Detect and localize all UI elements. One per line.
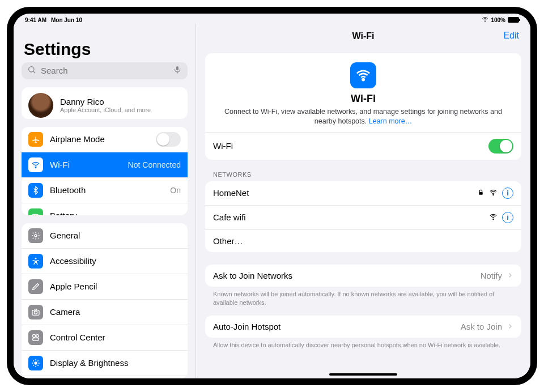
status-date: Mon Jun 10 (51, 17, 82, 23)
nav-title: Wi-Fi (352, 31, 375, 41)
control-center-label: Control Center (50, 333, 181, 342)
other-label: Other… (213, 236, 243, 246)
networks-list: HomeNet i Cafe wifi (205, 181, 521, 252)
battery-label: Battery (50, 211, 181, 215)
chevron-right-icon (507, 322, 513, 331)
pencil-label: Apple Pencil (50, 282, 181, 291)
wifi-signal-icon (489, 188, 498, 198)
hero-desc-text: Connect to Wi-Fi, view available network… (224, 108, 502, 125)
detail-scroll[interactable]: Wi-Fi Connect to Wi-Fi, view available n… (196, 49, 530, 378)
network-row-homenet[interactable]: HomeNet i (205, 181, 521, 205)
control-center-icon (28, 330, 43, 345)
svg-line-22 (37, 360, 38, 361)
svg-rect-6 (39, 215, 39, 215)
search-input[interactable] (40, 65, 169, 76)
ask-join-row[interactable]: Ask to Join Networks Notify (205, 265, 521, 287)
svg-rect-5 (32, 214, 38, 215)
network-info-button[interactable]: i (502, 188, 513, 199)
sidebar-item-display[interactable]: Display & Brightness (22, 350, 188, 376)
sidebar-item-battery[interactable]: Battery (22, 203, 188, 215)
sidebar-group-general: General Accessibility Apple Pencil (22, 223, 188, 378)
battery-settings-icon (28, 208, 43, 215)
network-row-other[interactable]: Other… (205, 229, 521, 252)
auto-hotspot-footer: Allow this device to automatically disco… (205, 338, 521, 350)
chevron-right-icon (507, 271, 513, 280)
accessibility-icon (28, 254, 43, 269)
svg-line-2 (33, 71, 35, 73)
auto-hotspot-value: Ask to Join (461, 322, 502, 331)
display-label: Display & Brightness (50, 358, 181, 368)
wifi-signal-icon (489, 212, 498, 223)
wifi-label: Wi-Fi (50, 160, 121, 169)
battery-icon (508, 17, 519, 23)
network-row-cafe[interactable]: Cafe wifi i (205, 205, 521, 229)
wifi-value: Not Connected (128, 160, 181, 169)
avatar (28, 93, 53, 118)
svg-point-0 (485, 21, 486, 22)
svg-line-21 (33, 365, 33, 365)
auto-hotspot-label: Auto-Join Hotspot (213, 322, 280, 331)
profile-card[interactable]: Danny Rico Apple Account, iCloud, and mo… (22, 87, 188, 119)
navbar: Wi-Fi Edit (196, 24, 530, 49)
camera-label: Camera (50, 307, 181, 317)
sidebar-item-general[interactable]: General (22, 223, 188, 248)
airplane-icon (28, 132, 43, 147)
pencil-icon (28, 279, 43, 294)
svg-point-30 (493, 219, 494, 219)
detail-pane: Wi-Fi Edit Wi-Fi Connect to Wi-Fi, view … (196, 24, 530, 378)
wifi-hero-card: Wi-Fi Connect to Wi-Fi, view available n… (205, 53, 521, 160)
bluetooth-value: On (170, 186, 181, 195)
auto-hotspot-row[interactable]: Auto-Join Hotspot Ask to Join (205, 316, 521, 338)
battery-pct: 100% (491, 17, 505, 23)
svg-point-27 (362, 79, 364, 80)
sidebar-item-accessibility[interactable]: Accessibility (22, 248, 188, 274)
wifi-toggle-label: Wi-Fi (213, 141, 233, 151)
home-indicator[interactable] (329, 373, 397, 376)
camera-icon (28, 305, 43, 319)
networks-header: NETWORKS (213, 171, 519, 178)
airplane-toggle[interactable] (156, 132, 181, 147)
wifi-icon (28, 157, 43, 172)
sidebar-item-airplane[interactable]: Airplane Mode (22, 127, 188, 152)
svg-line-19 (33, 360, 33, 361)
svg-line-20 (37, 365, 38, 365)
svg-rect-11 (33, 335, 36, 338)
screen: 9:41 AM Mon Jun 10 100% Settings (14, 14, 530, 378)
network-info-button[interactable]: i (502, 212, 513, 223)
profile-subtitle: Apple Account, iCloud, and more (60, 106, 151, 113)
svg-point-14 (34, 361, 37, 364)
svg-point-7 (35, 235, 37, 237)
sidebar-group-connectivity: Airplane Mode Wi-Fi Not Connected (22, 127, 188, 215)
learn-more-link[interactable]: Learn more… (369, 117, 412, 125)
sidebar-item-camera[interactable]: Camera (22, 299, 188, 325)
svg-rect-12 (36, 335, 39, 338)
lock-icon (477, 188, 484, 198)
status-bar: 9:41 AM Mon Jun 10 100% (14, 14, 530, 24)
search-field[interactable] (22, 62, 188, 79)
wifi-hero-icon (350, 62, 376, 88)
sidebar-item-pencil[interactable]: Apple Pencil (22, 274, 188, 299)
hero-description: Connect to Wi-Fi, view available network… (219, 107, 508, 126)
sidebar: Settings Danny Rico (14, 24, 196, 378)
ask-join-value: Notify (481, 271, 502, 280)
ask-join-label: Ask to Join Networks (213, 271, 292, 280)
sidebar-item-bluetooth[interactable]: Bluetooth On (22, 177, 188, 203)
edit-button[interactable]: Edit (503, 31, 519, 41)
wifi-master-toggle-row: Wi-Fi (205, 132, 521, 160)
mic-icon[interactable] (173, 65, 182, 76)
sidebar-item-control-center[interactable]: Control Center (22, 325, 188, 350)
status-time: 9:41 AM (25, 17, 46, 23)
svg-rect-28 (479, 192, 483, 195)
hero-title: Wi-Fi (219, 93, 508, 105)
svg-point-29 (493, 194, 494, 195)
wifi-master-toggle[interactable] (488, 139, 513, 154)
svg-point-4 (35, 167, 36, 168)
network-name: HomeNet (213, 188, 249, 198)
sidebar-item-home-screen[interactable]: Home Screen & App Library (22, 376, 188, 378)
display-icon (28, 356, 43, 370)
wifi-status-icon (482, 16, 488, 24)
accessibility-label: Accessibility (50, 256, 181, 266)
gear-icon (28, 228, 43, 243)
sidebar-item-wifi[interactable]: Wi-Fi Not Connected (22, 152, 188, 177)
svg-point-1 (29, 67, 34, 72)
